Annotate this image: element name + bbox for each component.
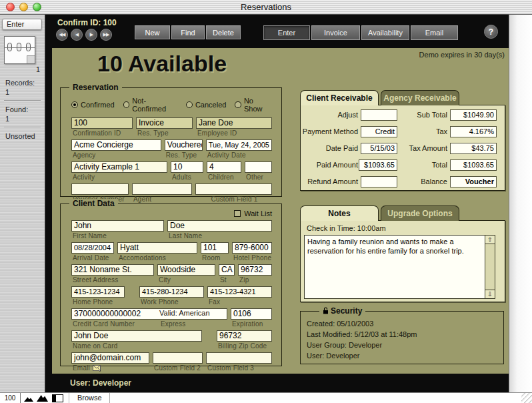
minimize-button[interactable]	[19, 3, 28, 11]
adjust-field[interactable]	[361, 109, 397, 121]
city-field[interactable]: Woodside	[157, 264, 215, 276]
fax-field[interactable]: 415-123-4321	[207, 286, 272, 298]
tab-availability[interactable]: Availability	[361, 25, 409, 40]
new-button[interactable]: New	[135, 25, 170, 39]
voucher-number-field[interactable]	[71, 183, 129, 195]
accomodations-field[interactable]: Hyatt	[117, 242, 197, 254]
zoom-level-box[interactable]: 100	[0, 393, 21, 403]
res-type-field[interactable]: Invoice	[136, 117, 193, 129]
found-value: 1	[5, 115, 9, 123]
previous-record-icon: ◀	[75, 32, 78, 37]
radio-canceled[interactable]: Canceled	[186, 101, 226, 109]
scroll-down-icon[interactable]: ⇩	[485, 290, 495, 299]
window-resize-grip[interactable]	[521, 393, 532, 403]
arrival-date-field[interactable]: 08/28/2004	[71, 242, 114, 254]
radio-label: No Show	[244, 97, 272, 113]
home-phone-field[interactable]: 415-123-1234	[71, 286, 125, 298]
next-record-button[interactable]: ▶	[85, 29, 97, 41]
wait-list-option[interactable]: Wait List	[71, 210, 272, 218]
field-label: Arrival Date	[73, 254, 114, 262]
zoom-in-icon[interactable]	[37, 394, 48, 402]
scroll-up-icon[interactable]: ⇧	[485, 235, 495, 244]
card-validation-text-2: Express	[161, 320, 186, 328]
last-name-field[interactable]: Doe	[167, 220, 272, 232]
client-receivable-panel: Adjust Payment Method Credit Date Paid 5…	[300, 105, 505, 191]
tab-client-receivable[interactable]: Client Receivable	[300, 90, 379, 105]
billing-zip-field[interactable]: 96732	[217, 330, 272, 342]
tax-amount-field[interactable]: $43.75	[450, 143, 497, 154]
zoom-out-icon[interactable]	[24, 396, 33, 402]
activity-field[interactable]: Activity Example 1	[71, 161, 167, 173]
confirmation-id-field[interactable]: 100	[71, 117, 133, 129]
tab-upgrade-options[interactable]: Upgrade Options	[381, 206, 459, 221]
employee-id-field[interactable]: Jane Doe	[196, 117, 272, 129]
date-paid-label: Date Paid	[302, 144, 358, 152]
refund-amount-field[interactable]	[361, 176, 397, 187]
first-name-field[interactable]: John	[71, 220, 164, 232]
record-book-icon[interactable]	[4, 36, 35, 64]
zip-field[interactable]: 96732	[238, 264, 272, 276]
status-area-toggle-icon[interactable]	[52, 394, 63, 402]
work-phone-field[interactable]: 415-280-1234	[139, 286, 204, 298]
field-label: Agency	[73, 151, 161, 159]
custom-field-3[interactable]	[206, 352, 272, 364]
radio-confirmed[interactable]: Confirmed	[71, 101, 115, 109]
help-button[interactable]: ?	[484, 25, 498, 39]
wait-list-checkbox[interactable]	[234, 210, 241, 217]
total-field[interactable]: $1093.65	[450, 159, 497, 171]
email-field[interactable]: john@domain.com	[71, 352, 149, 364]
radio-no-show[interactable]: No Show	[235, 97, 272, 113]
tab-enter[interactable]: Enter	[263, 25, 310, 40]
find-button[interactable]: Find	[171, 25, 205, 39]
zoom-button[interactable]	[33, 3, 41, 11]
tab-email[interactable]: Email	[411, 25, 458, 40]
agent-field[interactable]	[132, 183, 192, 195]
found-label: Found:	[5, 105, 28, 113]
tab-agency-receivable[interactable]: Agency Receivable	[381, 90, 459, 105]
notes-text[interactable]: Having a family reunion and wants to mak…	[305, 236, 485, 298]
tab-invoice[interactable]: Invoice	[311, 25, 360, 40]
mode-popup[interactable]: Browse	[69, 393, 110, 403]
notes-scrollbar[interactable]: ⇧ ⇩	[485, 236, 495, 298]
adults-field[interactable]: 10	[171, 161, 203, 173]
hotel-phone-field[interactable]: 879-6000	[232, 242, 272, 254]
payment-method-field[interactable]: Credit	[361, 126, 397, 137]
tax-field[interactable]: 4.167%	[450, 126, 497, 137]
other-field[interactable]	[245, 161, 272, 173]
radio-not-confirmed[interactable]: Not-Confirmed	[123, 97, 177, 113]
room-field[interactable]: 101	[201, 242, 229, 254]
notes-field[interactable]: Having a family reunion and wants to mak…	[304, 235, 495, 299]
layout-popup[interactable]: Enter	[2, 19, 42, 30]
paid-amount-field[interactable]: $1093.65	[359, 159, 397, 171]
res-type-2-field[interactable]: Vouchered	[165, 139, 203, 151]
previous-record-button[interactable]: ◀	[71, 29, 83, 41]
notes-panel: Check in Time: 10:00am Having a family r…	[300, 220, 505, 302]
expiration-field[interactable]: 0106	[231, 308, 272, 320]
children-field[interactable]: 4	[207, 161, 241, 173]
name-on-card-field[interactable]: John Doe	[71, 330, 202, 342]
footer-user: User: Developer	[70, 378, 131, 388]
tab-notes[interactable]: Notes	[300, 206, 379, 221]
custom-field-2[interactable]	[153, 352, 203, 364]
sub-total-field[interactable]: $1049.90	[450, 109, 497, 121]
close-button[interactable]	[6, 3, 15, 11]
last-record-button[interactable]: ▶▶	[100, 29, 112, 41]
custom-field-1[interactable]	[195, 183, 272, 195]
balance-field[interactable]: Voucher	[450, 176, 497, 187]
vertical-scrollbar-track[interactable]	[509, 15, 532, 392]
street-address-field[interactable]: 321 Noname St.	[71, 264, 154, 276]
delete-button[interactable]: Delete	[206, 25, 241, 39]
first-record-button[interactable]: ◀◀	[56, 29, 68, 41]
field-label: Accomodations	[119, 254, 197, 262]
send-email-icon[interactable]	[93, 365, 101, 373]
field-label: Children	[208, 173, 241, 181]
field-label: Work Phone	[141, 298, 204, 306]
date-paid-field[interactable]: 5/15/03	[361, 143, 397, 154]
book-page-corner	[27, 55, 35, 63]
security-created: Created: 05/10/2003	[307, 318, 503, 329]
records-label: Records:	[5, 79, 35, 87]
tax-label: Tax	[401, 127, 447, 135]
agency-field[interactable]: Acme Concierge	[71, 139, 161, 151]
activity-date-field[interactable]: Tue, May 24, 2005	[206, 139, 272, 151]
state-field[interactable]: CA	[219, 264, 235, 276]
